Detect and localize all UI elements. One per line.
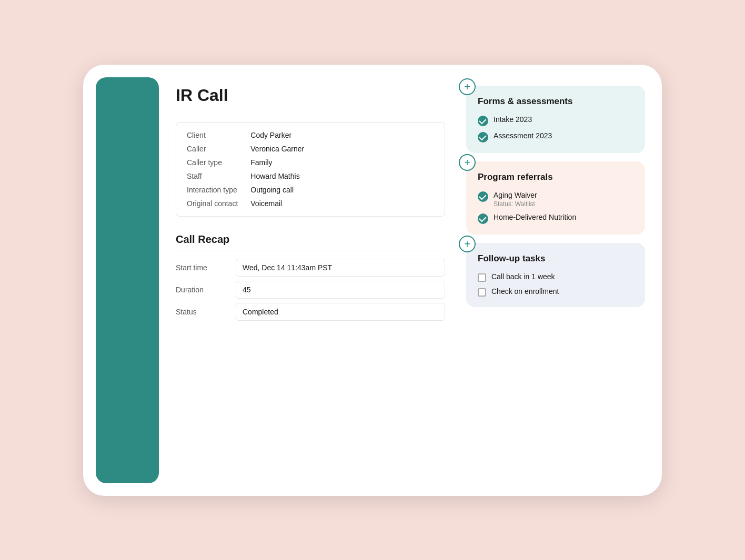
page-title: IR Call [176, 86, 445, 105]
check-icon [478, 213, 488, 224]
client-info-table: ClientCody ParkerCallerVeronica GarnerCa… [176, 122, 445, 217]
recap-row: Duration45 [176, 281, 445, 299]
item-text-wrap: Home-Delivered Nutrition [494, 213, 576, 221]
info-label: Interaction type [187, 186, 238, 194]
tasks-panel-title: Follow-up tasks [478, 253, 545, 264]
list-item: Intake 2023 [478, 115, 633, 126]
recap-row: StatusCompleted [176, 303, 445, 321]
info-value: Veronica Garner [250, 145, 434, 153]
referrals-panel-header: Program referrals [478, 172, 633, 182]
item-text: Call back in 1 week [491, 272, 555, 281]
recap-title: Call Recap [176, 233, 445, 250]
info-value: Family [250, 158, 434, 167]
recap-field-value: Completed [236, 303, 445, 321]
check-icon [478, 116, 488, 126]
forms-add-button[interactable]: + [459, 78, 476, 95]
task-checkbox[interactable] [478, 273, 486, 282]
recap-field-value: 45 [236, 281, 445, 299]
referrals-add-button[interactable]: + [459, 154, 476, 171]
info-label: Caller [187, 145, 238, 153]
forms-panel-items: Intake 2023Assessment 2023 [478, 115, 633, 142]
forms-panel-header: Forms & assessments [478, 96, 633, 107]
item-subtext: Status: Waitlist [494, 200, 537, 208]
right-column: + Forms & assessments Intake 2023Assessm… [466, 86, 645, 475]
item-text: Home-Delivered Nutrition [494, 213, 576, 221]
tasks-panel: + Follow-up tasks Call back in 1 weekChe… [466, 243, 645, 307]
info-label: Client [187, 131, 238, 139]
list-item: Assessment 2023 [478, 131, 633, 142]
recap-field-value: Wed, Dec 14 11:43am PST [236, 259, 445, 277]
tasks-panel-header: Follow-up tasks [478, 253, 633, 264]
task-checkbox[interactable] [478, 288, 486, 297]
info-label: Original contact [187, 199, 238, 208]
recap-row: Start timeWed, Dec 14 11:43am PST [176, 259, 445, 277]
list-item: Check on enrollment [478, 287, 633, 297]
item-text: Assessment 2023 [494, 131, 552, 140]
info-label: Caller type [187, 158, 238, 167]
referrals-panel: + Program referrals Aging WaiverStatus: … [466, 161, 645, 235]
item-text-wrap: Aging WaiverStatus: Waitlist [494, 191, 537, 208]
info-label: Staff [187, 172, 238, 180]
forms-panel-title: Forms & assessments [478, 96, 572, 107]
left-column: IR Call ClientCody ParkerCallerVeronica … [176, 86, 445, 475]
info-value: Voicemail [250, 199, 434, 208]
tasks-add-button[interactable]: + [459, 236, 476, 252]
item-text: Check on enrollment [491, 287, 559, 296]
list-item: Home-Delivered Nutrition [478, 213, 633, 224]
referrals-panel-title: Program referrals [478, 172, 553, 182]
info-value: Outgoing call [250, 186, 434, 194]
list-item: Call back in 1 week [478, 272, 633, 282]
info-value: Howard Mathis [250, 172, 434, 180]
recap-field-label: Status [176, 308, 223, 316]
forms-panel: + Forms & assessments Intake 2023Assessm… [466, 86, 645, 153]
item-text: Intake 2023 [494, 115, 532, 124]
item-text: Aging Waiver [494, 191, 537, 199]
check-icon [478, 191, 488, 202]
recap-section: Call Recap Start timeWed, Dec 14 11:43am… [176, 233, 445, 321]
recap-field-label: Duration [176, 286, 223, 294]
tasks-panel-items: Call back in 1 weekCheck on enrollment [478, 272, 633, 297]
main-card: IR Call ClientCody ParkerCallerVeronica … [83, 65, 662, 496]
recap-field-label: Start time [176, 263, 223, 272]
referrals-panel-items: Aging WaiverStatus: WaitlistHome-Deliver… [478, 191, 633, 224]
list-item: Aging WaiverStatus: Waitlist [478, 191, 633, 208]
check-icon [478, 132, 488, 142]
main-content: IR Call ClientCody ParkerCallerVeronica … [159, 65, 662, 496]
sidebar-accent [96, 77, 159, 483]
recap-fields: Start timeWed, Dec 14 11:43am PSTDuratio… [176, 259, 445, 321]
info-value: Cody Parker [250, 131, 434, 139]
